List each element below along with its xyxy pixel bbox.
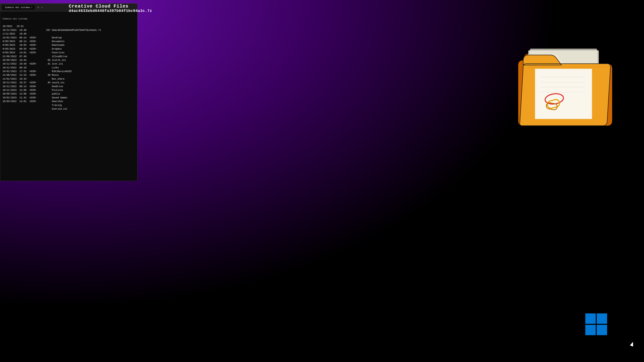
tab-dropdown-button[interactable]: ∨ <box>42 6 42 9</box>
terminal-tab[interactable]: Símbolo del sistema ✕ <box>2 5 35 10</box>
terminal-body: Símbolo del sistema 10/2021 19:31 10/11/… <box>0 11 137 181</box>
dir-listing: 10/2021 19:31 10/11/2022 18:46 297 d4ac4… <box>2 24 135 111</box>
tab-close-button[interactable]: ✕ <box>31 6 32 9</box>
filename-line2: d4ac4633ebd6440fa397b84f1bc94a3c.7z <box>69 9 152 13</box>
header-filename: Creative Cloud Files d4ac4633ebd6440fa39… <box>69 4 152 13</box>
new-tab-button[interactable]: + <box>36 6 40 9</box>
filename-line1: Creative Cloud Files <box>69 4 152 9</box>
terminal-window: Símbolo del sistema ✕ + ∨ Símbolo del si… <box>0 3 138 181</box>
cmd-label: Símbolo del sistema <box>2 17 27 20</box>
terminal-tab-label: Símbolo del sistema <box>5 6 30 9</box>
